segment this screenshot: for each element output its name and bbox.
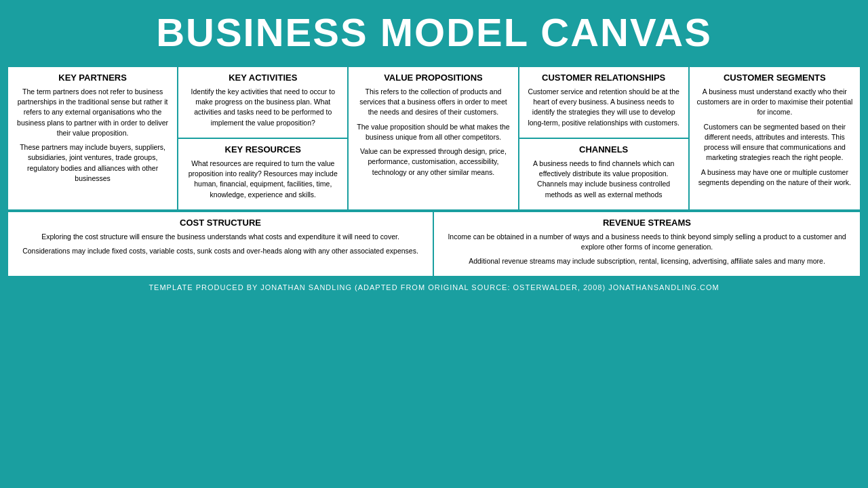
revenue-streams-text2: Additional revenue streams may include s… (441, 256, 853, 266)
bottom-row: COST STRUCTURE Exploring the cost struct… (8, 212, 860, 277)
key-partners-text1: The term partners does not refer to busi… (15, 87, 170, 138)
revenue-streams-text1: Income can be obtained in a number of wa… (441, 232, 853, 252)
top-row: KEY PARTNERS The term partners does not … (8, 67, 860, 212)
customer-segments-text3: A business may have one or multiple cust… (696, 167, 853, 188)
channels-cell: CHANNELS A business needs to find channe… (519, 139, 690, 211)
customer-segments-cell: CUSTOMER SEGMENTS A business must unders… (690, 67, 860, 211)
value-propositions-cell: VALUE PROPOSITIONS This refers to the co… (349, 67, 519, 211)
key-activities-title: KEY ACTIVITIES (185, 73, 340, 83)
value-propositions-text2: The value proposition should be what mak… (355, 122, 511, 142)
cr-channels-group: CUSTOMER RELATIONSHIPS Customer service … (519, 67, 690, 211)
value-propositions-text1: This refers to the collection of product… (355, 87, 511, 118)
cost-structure-title: COST STRUCTURE (15, 218, 426, 228)
customer-segments-title: CUSTOMER SEGMENTS (696, 73, 853, 83)
footer-text: TEMPLATE PRODUCED BY JONATHAN SANDLING (… (149, 283, 719, 291)
customer-relationships-title: CUSTOMER RELATIONSHIPS (526, 73, 682, 83)
channels-text1: A business needs to find channels which … (526, 159, 682, 200)
page-title: BUSINESS MODEL CANVAS (0, 9, 868, 55)
key-resources-title: KEY RESOURCES (185, 144, 340, 155)
footer: TEMPLATE PRODUCED BY JONATHAN SANDLING (… (0, 280, 868, 295)
canvas-grid: KEY PARTNERS The term partners does not … (7, 66, 861, 277)
header: BUSINESS MODEL CANVAS (0, 0, 868, 62)
key-activities-text1: Identify the key activities that need to… (185, 87, 340, 128)
canvas-container: KEY PARTNERS The term partners does not … (0, 62, 868, 280)
key-resources-cell: KEY RESOURCES What resources are require… (178, 139, 349, 211)
revenue-streams-title: REVENUE STREAMS (441, 218, 853, 228)
customer-relationships-text1: Customer service and retention should be… (526, 87, 682, 128)
cost-structure-text2: Considerations may include fixed costs, … (15, 246, 426, 256)
key-activities-cell: KEY ACTIVITIES Identify the key activiti… (178, 67, 349, 139)
key-partners-text2: These partners may include buyers, suppl… (15, 142, 170, 184)
channels-title: CHANNELS (526, 144, 682, 155)
cost-structure-text1: Exploring the cost structure will ensure… (15, 232, 426, 242)
value-propositions-text3: Value can be expressed through design, p… (355, 146, 511, 178)
key-partners-title: KEY PARTNERS (15, 73, 170, 83)
customer-segments-text1: A business must understand exactly who t… (696, 87, 853, 118)
cost-structure-cell: COST STRUCTURE Exploring the cost struct… (8, 212, 434, 277)
key-partners-cell: KEY PARTNERS The term partners does not … (8, 67, 178, 211)
key-activities-group: KEY ACTIVITIES Identify the key activiti… (178, 67, 349, 211)
revenue-streams-cell: REVENUE STREAMS Income can be obtained i… (434, 212, 860, 277)
value-propositions-title: VALUE PROPOSITIONS (355, 73, 511, 83)
customer-segments-text2: Customers can be segmented based on thei… (696, 122, 853, 163)
key-resources-text1: What resources are required to turn the … (185, 159, 340, 200)
customer-relationships-cell: CUSTOMER RELATIONSHIPS Customer service … (519, 67, 690, 139)
